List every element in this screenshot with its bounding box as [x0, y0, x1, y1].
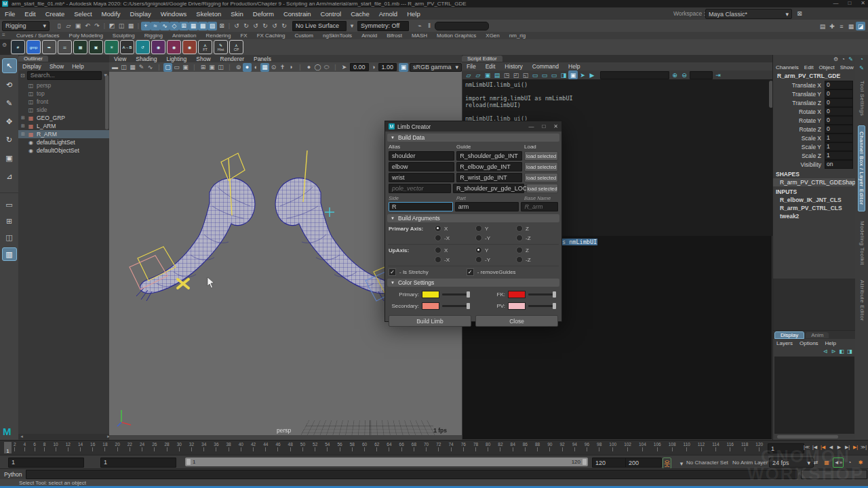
- shelf-icon-button[interactable]: ⚌: [58, 40, 72, 54]
- menu-item[interactable]: Modify: [97, 10, 125, 18]
- status-icon[interactable]: ▱: [64, 22, 73, 30]
- slider-handle[interactable]: [467, 303, 470, 309]
- playback-button[interactable]: ◀: [827, 443, 835, 451]
- shelf-icon-button[interactable]: ◉: [182, 40, 197, 54]
- playback-button[interactable]: ▶: [835, 443, 843, 451]
- dialog-window-button[interactable]: —: [528, 123, 534, 129]
- outliner-hscrollbar[interactable]: ◄►: [18, 434, 112, 439]
- shelf-tab[interactable]: MASH: [408, 33, 431, 39]
- channel-corner-icon[interactable]: ◔: [840, 55, 847, 64]
- command-language-toggle[interactable]: Python: [0, 471, 26, 478]
- layout-button[interactable]: ▥: [2, 247, 17, 261]
- color-swatch[interactable]: [508, 291, 526, 298]
- script-editor-tab[interactable]: Script Editor: [462, 56, 502, 62]
- input-node[interactable]: R_arm_PV_CTRL_CLS: [773, 204, 856, 212]
- menu-item[interactable]: Show: [837, 64, 856, 70]
- character-set-dropdown[interactable]: No Character Set: [686, 460, 728, 466]
- part-input[interactable]: arm: [455, 202, 519, 211]
- script-toolbar-icon[interactable]: ▭: [549, 70, 559, 79]
- status-icon[interactable]: ⌁: [415, 22, 425, 30]
- script-toolbar-icon[interactable]: ▱: [464, 70, 473, 79]
- color-slider[interactable]: [442, 293, 470, 296]
- build-limb-button[interactable]: Build Limb: [389, 315, 471, 327]
- tool-button[interactable]: ↖: [2, 58, 17, 73]
- attr-value[interactable]: 0: [825, 89, 853, 98]
- script-toolbar-icon[interactable]: ◨: [559, 70, 568, 79]
- shelf-tab[interactable]: Poly Modeling: [65, 33, 107, 39]
- viewport-toolbar-icon[interactable]: |: [225, 63, 234, 72]
- side-input[interactable]: R: [389, 202, 453, 211]
- script-lineno-field[interactable]: [690, 71, 713, 79]
- search-input[interactable]: Search...: [27, 71, 102, 80]
- status-icon[interactable]: ▦: [846, 22, 856, 30]
- dock-gear-icon[interactable]: ✎: [857, 64, 867, 73]
- menu-item[interactable]: Help: [402, 10, 425, 18]
- layer-editor-icon[interactable]: ◧: [837, 347, 846, 356]
- radio-option[interactable]: -Z: [516, 235, 557, 241]
- status-icon[interactable]: ▨: [208, 22, 217, 30]
- gamma-icon[interactable]: ◑: [369, 63, 378, 72]
- color-slider[interactable]: [528, 293, 556, 296]
- menu-item[interactable]: Lighting: [161, 56, 191, 62]
- outliner-item[interactable]: ⊞ ▦ R_ARM: [18, 130, 109, 138]
- status-icon[interactable]: ▯: [54, 22, 64, 30]
- load-selected-button[interactable]: load selected: [524, 151, 558, 161]
- status-icon[interactable]: ↻: [279, 22, 289, 30]
- channel-attr-row[interactable]: Translate Y 0: [773, 89, 856, 98]
- gamma-field[interactable]: 1.00: [378, 63, 397, 71]
- outliner-vscrollbar[interactable]: [105, 75, 108, 129]
- menu-item[interactable]: Edit: [481, 63, 500, 70]
- playback-option-icon[interactable]: ✱: [856, 458, 865, 467]
- shelf-icon-button[interactable]: ✳: [104, 40, 119, 54]
- status-icon[interactable]: ≈: [151, 22, 160, 30]
- status-icon[interactable]: ▣: [73, 22, 83, 30]
- color-slider[interactable]: [528, 305, 556, 307]
- menu-item[interactable]: Arnold: [374, 10, 402, 18]
- build-arguments-header[interactable]: ▼ Build Arguments: [387, 214, 559, 222]
- menu-item[interactable]: Windows: [156, 10, 192, 18]
- outliner-item[interactable]: ◫ top: [18, 89, 109, 98]
- channel-attr-row[interactable]: Scale Z 1: [773, 151, 856, 160]
- playback-end-field[interactable]: 120: [592, 458, 629, 468]
- attr-value[interactable]: 1: [825, 142, 853, 151]
- shelf-tab[interactable]: Rendering: [201, 33, 235, 39]
- shelf-icon-button[interactable]: #: [11, 40, 25, 54]
- radio-option[interactable]: -X: [435, 256, 475, 263]
- select-by-name-icon[interactable]: ⊡: [20, 73, 25, 79]
- viewport-toolbar-icon[interactable]: ⊙: [269, 63, 278, 72]
- color-swatch[interactable]: [422, 302, 439, 310]
- script-toolbar-icon[interactable]: ▣: [483, 70, 492, 79]
- shelf-tab[interactable]: Animation: [168, 33, 201, 39]
- guide-input[interactable]: R_wrist_gde_INT: [456, 173, 522, 182]
- viewport-toolbar-icon[interactable]: ◯: [313, 63, 322, 72]
- playback-button[interactable]: |◀: [811, 443, 818, 451]
- shelf-tab[interactable]: Sculpting: [108, 33, 139, 39]
- attr-value[interactable]: 1: [825, 151, 853, 160]
- radio-option[interactable]: -Z: [516, 256, 557, 263]
- menu-item[interactable]: Object: [816, 64, 837, 70]
- playback-button[interactable]: ▶|: [852, 443, 859, 451]
- status-icon[interactable]: ✚: [827, 22, 837, 30]
- symmetry-field[interactable]: Symmetry: Off: [357, 21, 409, 31]
- range-end-handle[interactable]: [583, 459, 587, 465]
- guide-input[interactable]: R_shoulder_gde_INT: [456, 151, 522, 161]
- menu-item[interactable]: Control: [316, 10, 347, 18]
- expand-icon[interactable]: ⊞: [21, 131, 27, 137]
- menu-item[interactable]: Command: [528, 63, 564, 70]
- status-icon[interactable]: ◩: [107, 22, 117, 30]
- shelf-tab[interactable]: FX: [236, 33, 251, 39]
- menu-item[interactable]: Shading: [131, 56, 161, 62]
- dock-tab[interactable]: Attribute Editor: [858, 274, 865, 327]
- menu-item[interactable]: File: [0, 10, 20, 18]
- tool-button[interactable]: ✎: [3, 96, 16, 110]
- channel-attr-row[interactable]: Rotate Y 0: [773, 116, 856, 125]
- slider-handle[interactable]: [553, 291, 556, 298]
- channel-attr-row[interactable]: Rotate X 0: [773, 107, 856, 116]
- guide-input[interactable]: R_elbow_gde_INT: [456, 162, 522, 171]
- layer-list[interactable]: [774, 357, 854, 434]
- channel-corner-icon[interactable]: ✎: [847, 55, 854, 64]
- load-selected-button[interactable]: load selected: [526, 184, 558, 193]
- channel-attr-row[interactable]: Scale X 1: [773, 134, 856, 142]
- status-icon[interactable]: ↻: [260, 22, 270, 30]
- channel-attr-row[interactable]: Rotate Z 0: [773, 125, 856, 134]
